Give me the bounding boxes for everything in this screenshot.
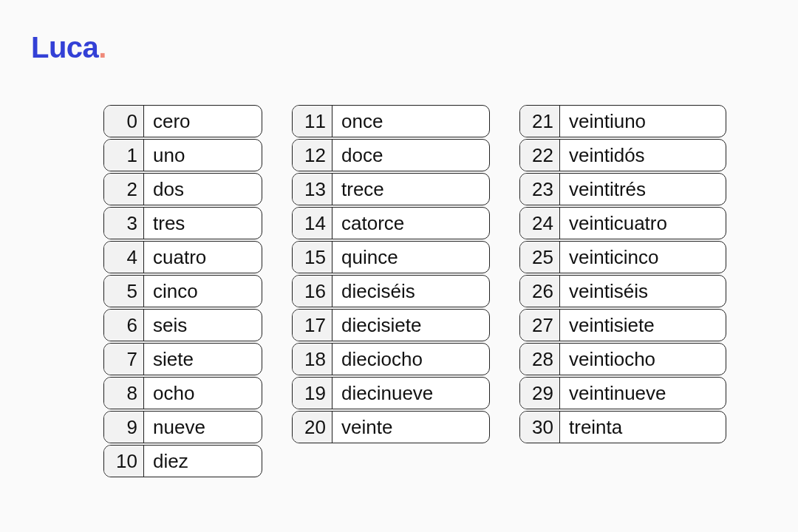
number-cell: 10 — [104, 446, 144, 477]
number-cell: 15 — [293, 242, 332, 273]
table-row: 24veinticuatro — [519, 207, 726, 239]
word-cell: veinticuatro — [560, 208, 726, 239]
number-cell: 2 — [104, 174, 144, 205]
table-row: 15quince — [292, 241, 490, 273]
word-cell: tres — [144, 208, 262, 239]
word-cell: doce — [332, 140, 489, 171]
word-cell: diecisiete — [332, 310, 489, 341]
table-row: 22veintidós — [519, 139, 726, 171]
table-row: 8ocho — [103, 377, 262, 409]
word-cell: veintiséis — [560, 276, 726, 307]
number-cell: 1 — [104, 140, 144, 171]
number-cell: 3 — [104, 208, 144, 239]
word-cell: veinte — [332, 412, 489, 443]
number-cell: 11 — [293, 106, 332, 137]
table-row: 14catorce — [292, 207, 490, 239]
word-cell: veintidós — [560, 140, 726, 171]
table-row: 30treinta — [519, 411, 726, 443]
table-row: 11once — [292, 105, 490, 137]
word-cell: veintiuno — [560, 106, 726, 137]
number-cell: 25 — [520, 242, 560, 273]
table-row: 20veinte — [292, 411, 490, 443]
word-cell: veinticinco — [560, 242, 726, 273]
word-cell: trece — [332, 174, 489, 205]
number-cell: 20 — [293, 412, 332, 443]
table-row: 12doce — [292, 139, 490, 171]
word-cell: cuatro — [144, 242, 262, 273]
column-2: 21veintiuno 22veintidós 23veintitrés 24v… — [519, 105, 726, 479]
table-row: 4cuatro — [103, 241, 262, 273]
word-cell: diez — [144, 446, 262, 477]
number-cell: 18 — [293, 344, 332, 375]
word-cell: dieciséis — [332, 276, 489, 307]
word-cell: catorce — [332, 208, 489, 239]
table-row: 23veintitrés — [519, 173, 726, 205]
word-cell: treinta — [560, 412, 726, 443]
table-row: 28veintiocho — [519, 343, 726, 375]
number-cell: 22 — [520, 140, 560, 171]
table-row: 19diecinueve — [292, 377, 490, 409]
word-cell: veintinueve — [560, 378, 726, 409]
logo-text: Luca — [31, 31, 98, 64]
column-0: 0cero 1uno 2dos 3tres 4cuatro 5cinco 6se… — [103, 105, 262, 479]
number-cell: 8 — [104, 378, 144, 409]
number-cell: 7 — [104, 344, 144, 375]
number-cell: 27 — [520, 310, 560, 341]
number-cell: 19 — [293, 378, 332, 409]
number-cell: 9 — [104, 412, 144, 443]
table-row: 29veintinueve — [519, 377, 726, 409]
number-cell: 4 — [104, 242, 144, 273]
word-cell: diecinueve — [332, 378, 489, 409]
word-cell: dieciocho — [332, 344, 489, 375]
number-cell: 14 — [293, 208, 332, 239]
table-row: 17diecisiete — [292, 309, 490, 341]
number-cell: 13 — [293, 174, 332, 205]
table-row: 18dieciocho — [292, 343, 490, 375]
table-row: 0cero — [103, 105, 262, 137]
table-row: 7siete — [103, 343, 262, 375]
table-row: 10diez — [103, 445, 262, 477]
number-cell: 6 — [104, 310, 144, 341]
word-cell: seis — [144, 310, 262, 341]
number-cell: 16 — [293, 276, 332, 307]
word-cell: veintiocho — [560, 344, 726, 375]
word-cell: dos — [144, 174, 262, 205]
number-cell: 5 — [104, 276, 144, 307]
word-cell: cinco — [144, 276, 262, 307]
number-cell: 23 — [520, 174, 560, 205]
table-row: 21veintiuno — [519, 105, 726, 137]
table-row: 1uno — [103, 139, 262, 171]
word-cell: uno — [144, 140, 262, 171]
number-cell: 29 — [520, 378, 560, 409]
table-row: 5cinco — [103, 275, 262, 307]
column-1: 11once 12doce 13trece 14catorce 15quince… — [292, 105, 490, 479]
table-row: 26veintiséis — [519, 275, 726, 307]
number-cell: 26 — [520, 276, 560, 307]
word-cell: cero — [144, 106, 262, 137]
logo-dot: . — [98, 31, 106, 64]
logo: Luca. — [31, 31, 106, 64]
word-cell: once — [332, 106, 489, 137]
number-cell: 24 — [520, 208, 560, 239]
number-cell: 17 — [293, 310, 332, 341]
table-row: 6seis — [103, 309, 262, 341]
number-columns: 0cero 1uno 2dos 3tres 4cuatro 5cinco 6se… — [103, 105, 726, 479]
word-cell: nueve — [144, 412, 262, 443]
table-row: 9nueve — [103, 411, 262, 443]
word-cell: siete — [144, 344, 262, 375]
table-row: 3tres — [103, 207, 262, 239]
number-cell: 21 — [520, 106, 560, 137]
number-cell: 28 — [520, 344, 560, 375]
table-row: 16dieciséis — [292, 275, 490, 307]
table-row: 27veintisiete — [519, 309, 726, 341]
table-row: 13trece — [292, 173, 490, 205]
word-cell: ocho — [144, 378, 262, 409]
table-row: 2dos — [103, 173, 262, 205]
number-cell: 30 — [520, 412, 560, 443]
number-cell: 12 — [293, 140, 332, 171]
table-row: 25veinticinco — [519, 241, 726, 273]
word-cell: quince — [332, 242, 489, 273]
word-cell: veintitrés — [560, 174, 726, 205]
word-cell: veintisiete — [560, 310, 726, 341]
number-cell: 0 — [104, 106, 144, 137]
